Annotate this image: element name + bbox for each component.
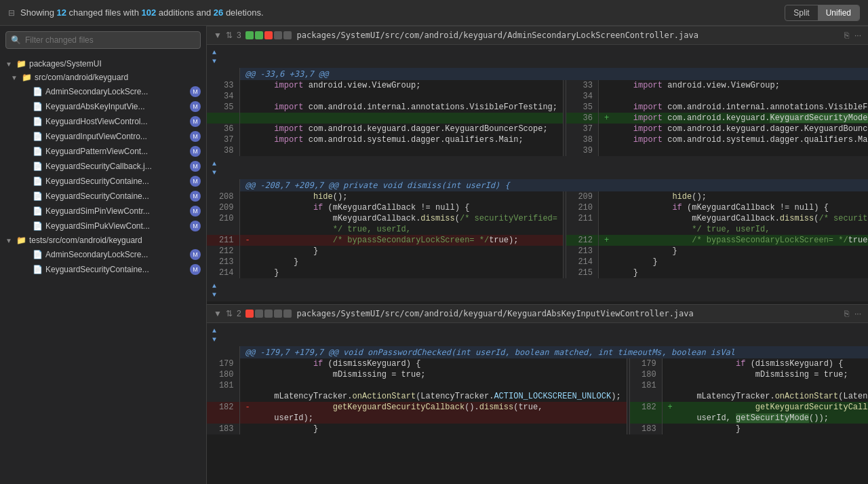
sidebar-item-src-keyguard[interactable]: ▼ 📁 src/com/android/keyguard (0, 71, 206, 84)
more-icon[interactable]: ··· (854, 31, 861, 40)
file-badge: M (190, 206, 201, 217)
diff-line: 181 181 (207, 380, 868, 391)
sidebar-item-keyguard-security3[interactable]: 📄 KeyguardSecurityContaine... M (0, 262, 206, 277)
file-badge: M (190, 249, 201, 260)
change-bars (245, 31, 292, 39)
line-num-left: 209 (207, 202, 239, 213)
line-content-right: } (599, 267, 869, 278)
line-num-right: 182 (629, 402, 662, 413)
file-header-1: ▼ ⇅ 3 packages/SystemUI/src/com/android/… (207, 26, 868, 45)
file-badge: M (190, 264, 201, 275)
expand-icon: ⇅ (226, 309, 233, 318)
sidebar-item-admin-secondary[interactable]: 📄 AdminSecondaryLockScre... M (0, 84, 206, 99)
copy-icon[interactable]: ⎘ (844, 31, 849, 40)
chevron-down-icon[interactable]: ▼ (214, 31, 222, 40)
hunk-info: @@ -33,6 +33,7 @@ (239, 68, 868, 80)
sidebar-item-label: KeyguardAbsKeyInputVie... (45, 102, 187, 111)
sidebar-item-label: KeyguardSecurityContaine... (45, 191, 187, 201)
line-content-right: + getKeyguardSecurityCallback().dismiss(… (662, 402, 868, 413)
line-content-left: mLatencyTracker.onActionStart(LatencyTra… (239, 391, 627, 402)
hunk-expand-row[interactable]: ▲ ▼ (207, 45, 868, 68)
line-num-right (629, 391, 662, 402)
sidebar-item-label: KeyguardSimPukViewCont... (45, 221, 187, 231)
expand-arrows-icon[interactable]: ▲ ▼ (212, 49, 216, 65)
sidebar-item-label: KeyguardSecurityCallback.j... (45, 162, 187, 171)
line-num-left: 183 (207, 424, 239, 434)
line-num-right: 33 (566, 80, 599, 91)
line-num-left: 213 (207, 257, 239, 267)
line-content-right: + import com.android.keyguard.KeyguardSe… (599, 113, 869, 124)
file-icon: 📄 (33, 250, 43, 259)
more-icon[interactable]: ··· (854, 309, 861, 318)
line-content-right: } (599, 246, 869, 257)
line-content-left (239, 145, 564, 156)
sidebar-item-keyguard-input[interactable]: 📄 KeyguardInputViewContro... M (0, 129, 206, 144)
file-diff-2: ▼ ⇅ 2 packages/SystemUI/src/com/android/… (207, 304, 868, 434)
line-content-left (239, 91, 564, 102)
line-content-left: import com.android.internal.annotations.… (239, 102, 564, 113)
sidebar-item-tests[interactable]: ▼ 📁 tests/src/com/android/keyguard (0, 234, 206, 247)
line-num-right: 210 (566, 202, 599, 213)
sidebar-item-keyguard-simpuk[interactable]: 📄 KeyguardSimPukViewCont... M (0, 219, 206, 234)
line-num-left: 211 (207, 235, 239, 246)
neutral-bar (274, 310, 282, 318)
sidebar-item-label: KeyguardSimPinViewContr... (45, 206, 187, 216)
sidebar-item-label: KeyguardSecurityContaine... (45, 176, 187, 186)
sidebar-item-label: KeyguardInputViewContro... (45, 132, 187, 141)
line-content-right: import com.android.systemui.dagger.quali… (599, 134, 869, 145)
line-num-left: 212 (207, 246, 239, 257)
neutral-bar (274, 31, 282, 39)
split-button[interactable]: Split (785, 5, 817, 20)
line-content-left: } (239, 424, 627, 434)
sidebar-item-keyguard-callback[interactable]: 📄 KeyguardSecurityCallback.j... M (0, 159, 206, 174)
copy-icon[interactable]: ⎘ (844, 309, 849, 318)
diff-line: */ true, userId, */ true, userId, (207, 224, 868, 235)
line-num-right: 38 (566, 134, 599, 145)
diff-line: userId); userId, getSecurityMode()); (207, 413, 868, 424)
sidebar-item-keyguard-pattern[interactable]: 📄 KeyguardPatternViewCont... M (0, 144, 206, 159)
line-num-left: 35 (207, 102, 239, 113)
file-icon: 📄 (33, 117, 43, 126)
unified-button[interactable]: Unified (818, 5, 859, 20)
addition-bar (255, 31, 263, 39)
line-num-left (207, 179, 239, 191)
hunk-expand-row[interactable]: ▲ ▼ (207, 156, 868, 179)
search-input[interactable] (5, 31, 201, 49)
sidebar-item-packages-systemui[interactable]: ▼ 📁 packages/SystemUI (0, 57, 206, 71)
expand-arrows-icon[interactable]: ▲ ▼ (212, 327, 216, 343)
changed-count: 12 (56, 7, 66, 18)
line-num-left (207, 413, 239, 424)
line-content-left (239, 113, 564, 124)
line-content-right: mKeyguardCallback.dismiss(/* securityVer… (599, 213, 869, 224)
diff-line: 209 if (mKeyguardCallback != null) { 210… (207, 202, 868, 213)
change-bars (245, 310, 292, 318)
expand-arrows-icon[interactable]: ▲ ▼ (212, 160, 216, 176)
chevron-down-icon[interactable]: ▼ (214, 309, 222, 318)
hunk-expand-row-bottom[interactable]: ▲ ▼ (207, 278, 868, 301)
diff-line: 208 hide(); 209 hide(); (207, 191, 868, 202)
line-content-right: hide(); (599, 191, 869, 202)
sidebar-item-label: AdminSecondaryLockScre... (45, 250, 187, 259)
line-content-left (239, 380, 627, 391)
sidebar-item-keyguard-simpin[interactable]: 📄 KeyguardSimPinViewContr... M (0, 204, 206, 219)
line-num-right: 183 (629, 424, 662, 434)
hunk-expand-row[interactable]: ▲ ▼ (207, 323, 868, 346)
line-num-right: 34 (566, 91, 599, 102)
file-badge: M (190, 86, 201, 97)
sidebar-item-label: AdminSecondaryLockScre... (45, 87, 187, 96)
sidebar-item-admin2[interactable]: 📄 AdminSecondaryLockScre... M (0, 247, 206, 262)
deletions-count: 26 (214, 7, 223, 18)
sidebar-item-keyguard-security1[interactable]: 📄 KeyguardSecurityContaine... M (0, 174, 206, 189)
sidebar-item-keyguard-abs[interactable]: 📄 KeyguardAbsKeyInputVie... M (0, 99, 206, 114)
chevron-down-icon: ▼ (5, 60, 16, 68)
chevron-down-icon: ▼ (11, 74, 22, 81)
sidebar-item-keyguard-security2[interactable]: 📄 KeyguardSecurityContaine... M (0, 189, 206, 204)
line-content-left: mDismissing = true; (239, 369, 627, 380)
line-num-right: 209 (566, 191, 599, 202)
diff-count: 2 (237, 309, 241, 318)
line-num-left: 34 (207, 91, 239, 102)
expand-arrows-icon[interactable]: ▲ ▼ (212, 282, 216, 299)
file-badge: M (190, 161, 201, 172)
sidebar-item-keyguard-host[interactable]: 📄 KeyguardHostViewControl... M (0, 114, 206, 129)
line-num-right: 211 (566, 213, 599, 224)
